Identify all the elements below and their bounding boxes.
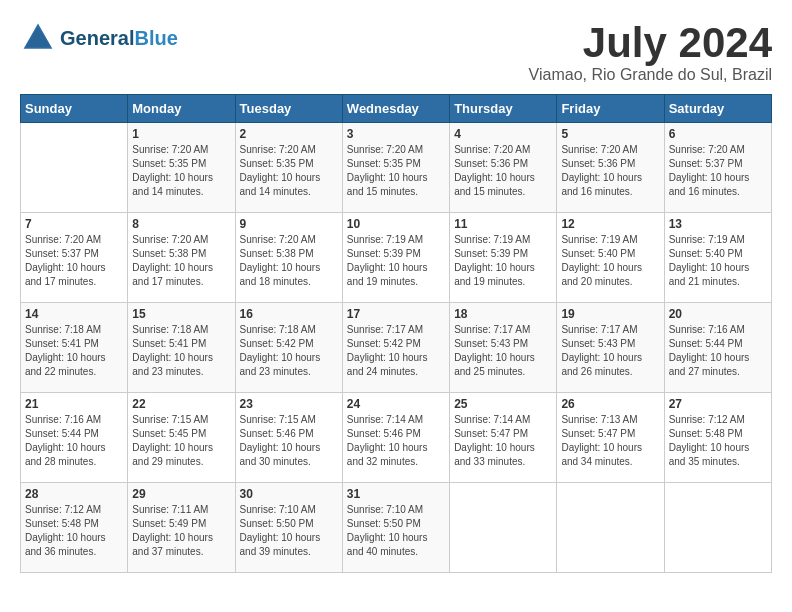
- day-info: Sunrise: 7:10 AM Sunset: 5:50 PM Dayligh…: [240, 503, 338, 559]
- calendar-week-row: 21Sunrise: 7:16 AM Sunset: 5:44 PM Dayli…: [21, 393, 772, 483]
- day-number: 28: [25, 487, 123, 501]
- day-number: 12: [561, 217, 659, 231]
- day-number: 6: [669, 127, 767, 141]
- day-info: Sunrise: 7:15 AM Sunset: 5:45 PM Dayligh…: [132, 413, 230, 469]
- day-info: Sunrise: 7:20 AM Sunset: 5:38 PM Dayligh…: [240, 233, 338, 289]
- calendar-cell: 21Sunrise: 7:16 AM Sunset: 5:44 PM Dayli…: [21, 393, 128, 483]
- calendar-cell: 11Sunrise: 7:19 AM Sunset: 5:39 PM Dayli…: [450, 213, 557, 303]
- weekday-header-monday: Monday: [128, 95, 235, 123]
- day-info: Sunrise: 7:14 AM Sunset: 5:46 PM Dayligh…: [347, 413, 445, 469]
- day-number: 29: [132, 487, 230, 501]
- weekday-header-friday: Friday: [557, 95, 664, 123]
- day-number: 21: [25, 397, 123, 411]
- day-number: 25: [454, 397, 552, 411]
- day-info: Sunrise: 7:18 AM Sunset: 5:42 PM Dayligh…: [240, 323, 338, 379]
- calendar-week-row: 14Sunrise: 7:18 AM Sunset: 5:41 PM Dayli…: [21, 303, 772, 393]
- day-info: Sunrise: 7:20 AM Sunset: 5:36 PM Dayligh…: [561, 143, 659, 199]
- calendar-cell: 5Sunrise: 7:20 AM Sunset: 5:36 PM Daylig…: [557, 123, 664, 213]
- day-number: 20: [669, 307, 767, 321]
- calendar-cell: 3Sunrise: 7:20 AM Sunset: 5:35 PM Daylig…: [342, 123, 449, 213]
- day-number: 9: [240, 217, 338, 231]
- calendar-cell: 14Sunrise: 7:18 AM Sunset: 5:41 PM Dayli…: [21, 303, 128, 393]
- day-info: Sunrise: 7:17 AM Sunset: 5:43 PM Dayligh…: [454, 323, 552, 379]
- day-number: 7: [25, 217, 123, 231]
- day-number: 1: [132, 127, 230, 141]
- calendar-cell: 2Sunrise: 7:20 AM Sunset: 5:35 PM Daylig…: [235, 123, 342, 213]
- day-info: Sunrise: 7:16 AM Sunset: 5:44 PM Dayligh…: [25, 413, 123, 469]
- calendar-cell: 8Sunrise: 7:20 AM Sunset: 5:38 PM Daylig…: [128, 213, 235, 303]
- calendar-cell: 13Sunrise: 7:19 AM Sunset: 5:40 PM Dayli…: [664, 213, 771, 303]
- day-info: Sunrise: 7:10 AM Sunset: 5:50 PM Dayligh…: [347, 503, 445, 559]
- day-info: Sunrise: 7:20 AM Sunset: 5:37 PM Dayligh…: [25, 233, 123, 289]
- title-block: July 2024 Viamao, Rio Grande do Sul, Bra…: [529, 20, 772, 84]
- calendar-cell: 31Sunrise: 7:10 AM Sunset: 5:50 PM Dayli…: [342, 483, 449, 573]
- day-number: 14: [25, 307, 123, 321]
- day-number: 3: [347, 127, 445, 141]
- day-number: 15: [132, 307, 230, 321]
- calendar-cell: 6Sunrise: 7:20 AM Sunset: 5:37 PM Daylig…: [664, 123, 771, 213]
- calendar-cell: 7Sunrise: 7:20 AM Sunset: 5:37 PM Daylig…: [21, 213, 128, 303]
- weekday-header-wednesday: Wednesday: [342, 95, 449, 123]
- calendar-cell: [664, 483, 771, 573]
- day-number: 27: [669, 397, 767, 411]
- logo-icon: [20, 20, 56, 56]
- day-info: Sunrise: 7:19 AM Sunset: 5:40 PM Dayligh…: [561, 233, 659, 289]
- day-info: Sunrise: 7:20 AM Sunset: 5:38 PM Dayligh…: [132, 233, 230, 289]
- weekday-header-saturday: Saturday: [664, 95, 771, 123]
- day-info: Sunrise: 7:20 AM Sunset: 5:35 PM Dayligh…: [240, 143, 338, 199]
- calendar-week-row: 1Sunrise: 7:20 AM Sunset: 5:35 PM Daylig…: [21, 123, 772, 213]
- weekday-header-tuesday: Tuesday: [235, 95, 342, 123]
- calendar-cell: 10Sunrise: 7:19 AM Sunset: 5:39 PM Dayli…: [342, 213, 449, 303]
- calendar-cell: 28Sunrise: 7:12 AM Sunset: 5:48 PM Dayli…: [21, 483, 128, 573]
- day-number: 5: [561, 127, 659, 141]
- calendar-cell: 27Sunrise: 7:12 AM Sunset: 5:48 PM Dayli…: [664, 393, 771, 483]
- day-number: 13: [669, 217, 767, 231]
- calendar-cell: [450, 483, 557, 573]
- day-info: Sunrise: 7:19 AM Sunset: 5:39 PM Dayligh…: [347, 233, 445, 289]
- day-info: Sunrise: 7:19 AM Sunset: 5:39 PM Dayligh…: [454, 233, 552, 289]
- day-number: 8: [132, 217, 230, 231]
- day-info: Sunrise: 7:20 AM Sunset: 5:37 PM Dayligh…: [669, 143, 767, 199]
- day-number: 4: [454, 127, 552, 141]
- weekday-header-sunday: Sunday: [21, 95, 128, 123]
- day-number: 31: [347, 487, 445, 501]
- day-number: 24: [347, 397, 445, 411]
- day-info: Sunrise: 7:12 AM Sunset: 5:48 PM Dayligh…: [25, 503, 123, 559]
- calendar-cell: [557, 483, 664, 573]
- day-number: 30: [240, 487, 338, 501]
- day-info: Sunrise: 7:17 AM Sunset: 5:43 PM Dayligh…: [561, 323, 659, 379]
- day-info: Sunrise: 7:18 AM Sunset: 5:41 PM Dayligh…: [25, 323, 123, 379]
- calendar-cell: 22Sunrise: 7:15 AM Sunset: 5:45 PM Dayli…: [128, 393, 235, 483]
- day-info: Sunrise: 7:16 AM Sunset: 5:44 PM Dayligh…: [669, 323, 767, 379]
- calendar-week-row: 28Sunrise: 7:12 AM Sunset: 5:48 PM Dayli…: [21, 483, 772, 573]
- day-info: Sunrise: 7:20 AM Sunset: 5:36 PM Dayligh…: [454, 143, 552, 199]
- day-info: Sunrise: 7:13 AM Sunset: 5:47 PM Dayligh…: [561, 413, 659, 469]
- calendar-cell: 4Sunrise: 7:20 AM Sunset: 5:36 PM Daylig…: [450, 123, 557, 213]
- calendar-cell: 20Sunrise: 7:16 AM Sunset: 5:44 PM Dayli…: [664, 303, 771, 393]
- svg-marker-1: [25, 27, 50, 47]
- calendar-cell: [21, 123, 128, 213]
- calendar-cell: 19Sunrise: 7:17 AM Sunset: 5:43 PM Dayli…: [557, 303, 664, 393]
- calendar-header-row: SundayMondayTuesdayWednesdayThursdayFrid…: [21, 95, 772, 123]
- calendar-cell: 9Sunrise: 7:20 AM Sunset: 5:38 PM Daylig…: [235, 213, 342, 303]
- day-info: Sunrise: 7:15 AM Sunset: 5:46 PM Dayligh…: [240, 413, 338, 469]
- location-subtitle: Viamao, Rio Grande do Sul, Brazil: [529, 66, 772, 84]
- day-info: Sunrise: 7:20 AM Sunset: 5:35 PM Dayligh…: [347, 143, 445, 199]
- calendar-week-row: 7Sunrise: 7:20 AM Sunset: 5:37 PM Daylig…: [21, 213, 772, 303]
- day-number: 10: [347, 217, 445, 231]
- day-number: 11: [454, 217, 552, 231]
- day-number: 2: [240, 127, 338, 141]
- calendar-cell: 12Sunrise: 7:19 AM Sunset: 5:40 PM Dayli…: [557, 213, 664, 303]
- day-number: 18: [454, 307, 552, 321]
- page-header: GeneralBlue July 2024 Viamao, Rio Grande…: [20, 20, 772, 84]
- calendar-cell: 1Sunrise: 7:20 AM Sunset: 5:35 PM Daylig…: [128, 123, 235, 213]
- logo-text-blue: Blue: [134, 27, 177, 49]
- calendar-cell: 15Sunrise: 7:18 AM Sunset: 5:41 PM Dayli…: [128, 303, 235, 393]
- calendar-cell: 26Sunrise: 7:13 AM Sunset: 5:47 PM Dayli…: [557, 393, 664, 483]
- weekday-header-thursday: Thursday: [450, 95, 557, 123]
- logo: GeneralBlue: [20, 20, 178, 56]
- calendar-cell: 30Sunrise: 7:10 AM Sunset: 5:50 PM Dayli…: [235, 483, 342, 573]
- calendar-cell: 25Sunrise: 7:14 AM Sunset: 5:47 PM Dayli…: [450, 393, 557, 483]
- calendar-table: SundayMondayTuesdayWednesdayThursdayFrid…: [20, 94, 772, 573]
- day-number: 19: [561, 307, 659, 321]
